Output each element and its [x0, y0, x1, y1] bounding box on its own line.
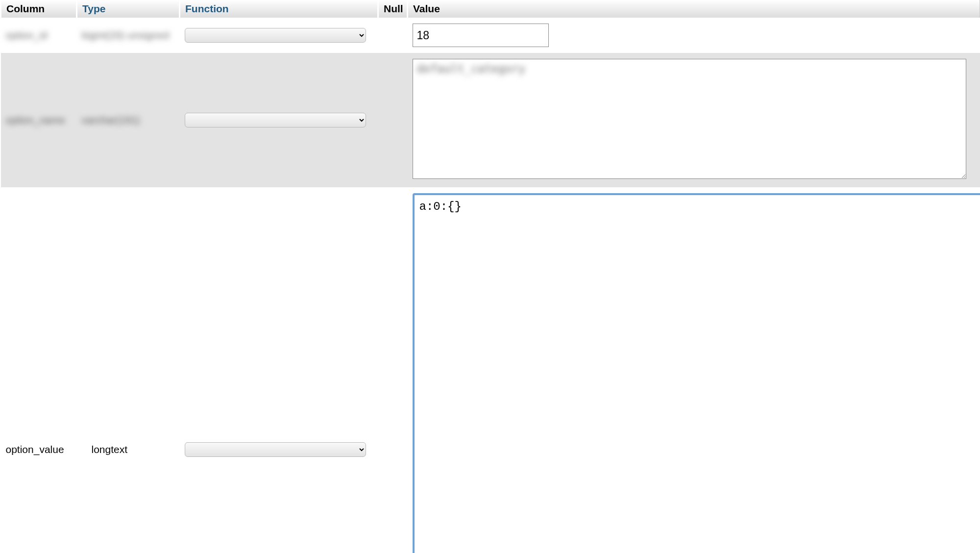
- value-cell: [408, 18, 980, 53]
- header-function[interactable]: Function: [180, 0, 378, 18]
- header-value: Value: [408, 0, 980, 18]
- column-name: option_id: [1, 18, 77, 53]
- row-2: option_value longtext: [1, 187, 980, 553]
- null-cell: [378, 187, 408, 553]
- column-type: longtext: [77, 187, 180, 553]
- value-textarea[interactable]: [413, 59, 966, 179]
- function-select[interactable]: [185, 113, 366, 127]
- header-null: Null: [378, 0, 408, 18]
- null-cell: [378, 53, 408, 187]
- value-input[interactable]: [413, 24, 549, 47]
- function-select[interactable]: [185, 28, 366, 43]
- column-type: bigint(20) unsigned: [77, 18, 180, 53]
- row-1: option_name varchar(191): [1, 53, 980, 187]
- header-row: Column Type Function Null Value: [1, 0, 980, 18]
- column-name: option_name: [1, 53, 77, 187]
- header-type[interactable]: Type: [77, 0, 180, 18]
- function-cell: [180, 18, 378, 53]
- header-column: Column: [1, 0, 77, 18]
- function-select[interactable]: [185, 442, 366, 457]
- null-cell: [378, 18, 408, 53]
- column-type: varchar(191): [77, 53, 180, 187]
- edit-table: Column Type Function Null Value option_i…: [0, 0, 980, 553]
- function-cell: [180, 53, 378, 187]
- row-0: option_id bigint(20) unsigned: [1, 18, 980, 53]
- value-cell: [408, 53, 980, 187]
- column-name: option_value: [1, 187, 77, 553]
- function-cell: [180, 187, 378, 553]
- value-textarea-focused[interactable]: [413, 193, 980, 553]
- value-cell: [408, 187, 980, 553]
